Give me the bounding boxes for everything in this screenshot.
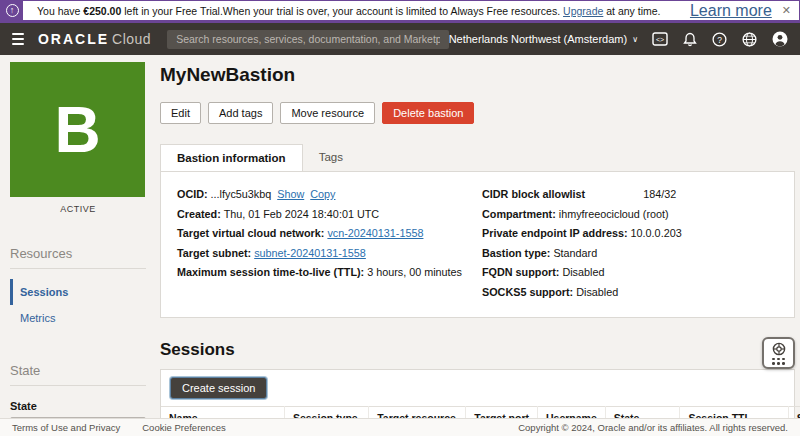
subnet-field: Target subnet: subnet-20240131-1558 — [177, 244, 482, 264]
bastion-information-panel: OCID: ...lfyc5u3kbq Show Copy Created: T… — [160, 171, 795, 318]
menu-icon[interactable] — [12, 33, 24, 45]
fqdn-field: FQDN support: Disabled — [482, 263, 778, 283]
page-title: MyNewBastion — [160, 64, 795, 86]
chevron-down-icon: ∨ — [632, 35, 638, 44]
vcn-field: Target virtual cloud network: vcn-202401… — [177, 224, 482, 244]
edit-button[interactable]: Edit — [160, 102, 201, 124]
trial-banner: ↑ You have €250.00 left in your Free Tri… — [0, 0, 800, 23]
bastion-type-field: Bastion type: Standard — [482, 244, 778, 264]
upgrade-arrow-icon: ↑ — [1, 1, 23, 21]
apps-grid-icon — [772, 358, 785, 365]
trial-amount: €250.00 — [83, 5, 121, 17]
svg-text:?: ? — [717, 34, 722, 44]
sessions-heading: Sessions — [160, 340, 795, 360]
upgrade-link[interactable]: Upgrade — [563, 5, 603, 17]
notifications-bell-icon[interactable] — [681, 31, 698, 48]
move-resource-button[interactable]: Move resource — [280, 102, 375, 124]
state-heading: State — [10, 363, 146, 386]
ocid-field: OCID: ...lfyc5u3kbq Show Copy — [177, 185, 482, 205]
language-globe-icon[interactable] — [741, 31, 758, 48]
svg-text:<>: <> — [655, 36, 663, 43]
tab-bar: Bastion information Tags — [160, 144, 795, 171]
sidebar-item-metrics[interactable]: Metrics — [10, 305, 146, 331]
action-toolbar: Edit Add tags Move resource Delete basti… — [160, 102, 795, 124]
support-widget[interactable] — [762, 337, 795, 369]
cookie-preferences-link[interactable]: Cookie Preferences — [142, 422, 225, 433]
close-icon[interactable]: ✕ — [782, 4, 791, 17]
create-session-button[interactable]: Create session — [170, 377, 267, 399]
terms-link[interactable]: Terms of Use and Privacy — [12, 422, 120, 433]
help-icon[interactable]: ? — [711, 31, 728, 48]
cidr-field: CIDR block allowlist184/32 — [482, 185, 778, 205]
page-footer: Terms of Use and Privacy Cookie Preferen… — [0, 418, 800, 436]
oracle-cloud-logo[interactable]: ORACLECloud — [38, 31, 151, 47]
tab-bastion-information[interactable]: Bastion information — [160, 144, 303, 171]
ttl-field: Maximum session time-to-live (TTL): 3 ho… — [177, 263, 482, 283]
status-badge: ACTIVE — [10, 204, 146, 214]
private-ip-field: Private endpoint IP address: 10.0.0.203 — [482, 224, 778, 244]
subnet-link[interactable]: subnet-20240131-1558 — [254, 247, 366, 259]
add-tags-button[interactable]: Add tags — [208, 102, 273, 124]
resource-sidebar: B ACTIVE Resources Sessions Metrics Stat… — [10, 62, 146, 436]
bastion-avatar: B — [10, 62, 145, 197]
sidebar-item-sessions[interactable]: Sessions — [10, 279, 146, 305]
resources-heading: Resources — [10, 246, 146, 269]
tab-tags[interactable]: Tags — [303, 144, 359, 171]
delete-bastion-button[interactable]: Delete bastion — [382, 102, 474, 124]
copyright-text: Copyright © 2024, Oracle and/or its affi… — [518, 422, 788, 433]
avatar-letter: B — [54, 93, 100, 167]
ocid-show-link[interactable]: Show — [277, 188, 304, 200]
cloud-shell-icon[interactable]: <> — [651, 31, 668, 48]
top-navbar: ORACLECloud Netherlands Northwest (Amste… — [0, 23, 800, 55]
ocid-copy-link[interactable]: Copy — [310, 188, 335, 200]
user-avatar[interactable] — [771, 31, 788, 48]
state-filter-label: State — [10, 400, 146, 412]
search-input[interactable] — [167, 30, 448, 49]
created-field: Created: Thu, 01 Feb 2024 18:40:01 UTC — [177, 205, 482, 225]
life-ring-icon — [772, 342, 786, 356]
trial-message: You have €250.00 left in your Free Trial… — [37, 5, 661, 17]
learn-more-link[interactable]: Learn more — [690, 2, 772, 20]
compartment-field: Compartment: ihmyfreeocicloud (root) — [482, 205, 778, 225]
vcn-link[interactable]: vcn-20240131-1558 — [327, 227, 423, 239]
socks5-field: SOCKS5 support: Disabled — [482, 283, 778, 303]
region-selector[interactable]: Netherlands Northwest (Amsterdam)∨ — [449, 33, 638, 45]
